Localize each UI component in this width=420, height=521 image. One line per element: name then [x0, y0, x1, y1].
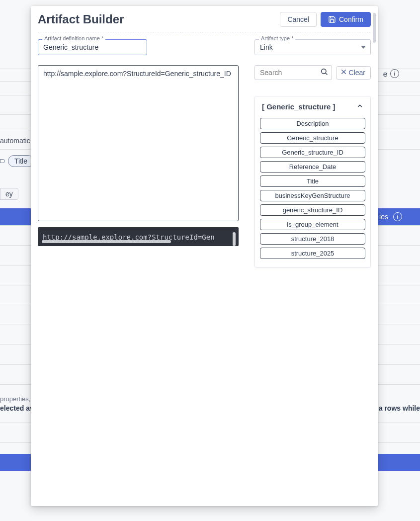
artifact-preview: http://sample.explore.com?StructureId=Ge… — [38, 227, 239, 246]
attribute-pill[interactable]: Title — [260, 175, 365, 187]
bg-text-automatic: automatic — [0, 137, 30, 145]
editor-text: http://sample.explore.com?StructureId=Ge… — [43, 70, 231, 78]
attribute-pill[interactable]: Generic_structure_ID — [260, 147, 365, 158]
attribute-pill[interactable]: businessKeyGenStructure — [260, 190, 365, 201]
chevron-up-icon[interactable] — [356, 102, 363, 111]
clear-label: Clear — [349, 69, 365, 77]
type-field-label: Artifact type * — [259, 35, 295, 41]
artifact-builder-modal: Artifact Builder Cancel Confirm Artifact… — [31, 6, 378, 506]
attribute-pill[interactable]: Generic_structure — [260, 132, 365, 144]
attribute-pill[interactable]: generic_structure_ID — [260, 204, 365, 216]
bg-header-text: ies — [379, 213, 388, 221]
artifact-type-select[interactable] — [254, 39, 371, 55]
preview-vertical-scrollbar[interactable] — [233, 232, 236, 246]
attribute-pill[interactable]: structure_2018 — [260, 233, 365, 245]
confirm-button[interactable]: Confirm — [321, 12, 371, 27]
modal-title: Artifact Builder — [38, 12, 124, 26]
cancel-button[interactable]: Cancel — [280, 12, 317, 27]
attributes-panel: [ Generic_structure ] DescriptionGeneric… — [254, 96, 371, 267]
bg-chip-ey[interactable]: ey — [0, 188, 18, 200]
attribute-pill[interactable]: is_group_element — [260, 219, 365, 230]
artifact-name-input[interactable] — [38, 39, 147, 55]
bg-right-label: e — [383, 70, 387, 78]
svg-line-1 — [326, 73, 327, 75]
attribute-pill[interactable]: Description — [260, 118, 365, 129]
preview-horizontal-scrollbar[interactable] — [42, 240, 171, 243]
bg-chip-fragment — [0, 159, 5, 163]
bg-chip-title[interactable]: Title — [8, 155, 34, 167]
bg-hint-3: a rows while — [379, 404, 420, 412]
confirm-label: Confirm — [339, 16, 363, 23]
modal-scrollbar[interactable] — [373, 13, 376, 499]
artifact-body-editor[interactable]: http://sample.explore.com?StructureId=Ge… — [38, 65, 239, 221]
bg-hint-2: elected as — [0, 404, 34, 412]
attribute-pill[interactable]: Reference_Date — [260, 161, 365, 173]
name-field-label: Artifact definition name * — [42, 35, 105, 41]
info-icon[interactable]: i — [390, 69, 399, 78]
attributes-panel-title: [ Generic_structure ] — [262, 102, 336, 111]
info-icon[interactable]: i — [393, 212, 402, 221]
clear-button[interactable]: Clear — [336, 66, 371, 80]
save-icon — [328, 15, 336, 23]
close-icon — [340, 69, 347, 77]
search-icon[interactable] — [320, 68, 328, 78]
attribute-pill[interactable]: structure_2025 — [260, 248, 365, 259]
